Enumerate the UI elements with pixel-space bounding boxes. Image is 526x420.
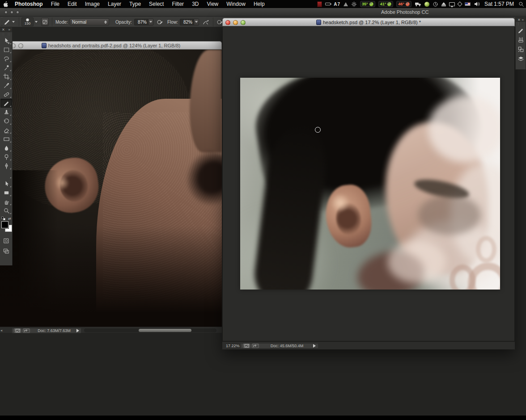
foreground-color-swatch[interactable] — [1, 221, 8, 228]
menu-photoshop[interactable]: Photoshop — [11, 0, 47, 8]
triangle-icon[interactable] — [344, 1, 348, 7]
eject-icon[interactable] — [441, 1, 446, 7]
save-status-icon[interactable] — [243, 344, 250, 348]
flag-icon[interactable] — [465, 1, 471, 7]
photo-canvas[interactable] — [0, 50, 222, 327]
film-strip-icon[interactable] — [317, 1, 322, 7]
swap-colors-icon[interactable]: ⇄ — [8, 217, 11, 221]
temp-badge-gpu[interactable]: 41° — [378, 1, 394, 7]
horizontal-scrollbar[interactable] — [84, 328, 216, 332]
type-tool[interactable]: T — [0, 170, 12, 179]
menu-bar-clock[interactable]: Sat 1:57 PM — [483, 1, 515, 7]
dock-header[interactable]: ✕ » — [516, 17, 526, 22]
apple-menu-icon[interactable] — [0, 1, 11, 7]
current-tool-button[interactable] — [4, 17, 15, 27]
menu-3d[interactable]: 3D — [188, 0, 203, 8]
menu-layer[interactable]: Layer — [104, 0, 125, 8]
status-disclosure-icon[interactable] — [313, 344, 316, 348]
brush-presets-panel-icon[interactable] — [516, 35, 526, 45]
temp-badge-hdd[interactable]: 46° — [396, 1, 411, 7]
menu-image[interactable]: Image — [81, 0, 104, 8]
marquee-tool[interactable] — [0, 45, 12, 54]
dodge-tool[interactable] — [0, 152, 12, 161]
menu-type[interactable]: Type — [125, 0, 145, 8]
save-status-icon[interactable] — [14, 328, 21, 333]
sketch-canvas[interactable] — [240, 78, 500, 290]
chevron-down-icon[interactable] — [148, 19, 153, 25]
hand-tool[interactable] — [0, 197, 12, 206]
window-title-bar[interactable]: headsketch.psd @ 17.2% (Layer 1, RGB/8) … — [222, 18, 515, 26]
display-icon[interactable] — [449, 1, 455, 7]
menu-file[interactable]: File — [47, 0, 64, 8]
menu-help[interactable]: Help — [250, 0, 269, 8]
healing-brush-tool[interactable] — [0, 90, 12, 99]
pressure-opacity-button[interactable] — [157, 17, 163, 27]
dock-grip[interactable] — [519, 22, 522, 25]
crop-tool[interactable] — [0, 72, 12, 81]
history-brush-tool[interactable] — [0, 117, 12, 126]
close-window-button[interactable] — [225, 20, 230, 25]
minimize-window-button[interactable] — [233, 20, 238, 25]
gradient-tool[interactable] — [0, 134, 12, 143]
shape-tool[interactable] — [0, 188, 12, 197]
blur-tool[interactable] — [0, 143, 12, 152]
volume-icon[interactable] — [474, 1, 480, 7]
clone-stamp-tool[interactable] — [0, 108, 12, 117]
brush-preset-picker[interactable]: 150 — [21, 17, 38, 27]
window-controls[interactable] — [225, 20, 246, 25]
battery-icon[interactable] — [325, 1, 331, 7]
layers-panel-icon[interactable] — [516, 54, 526, 63]
share-icon[interactable] — [252, 344, 259, 348]
blend-mode-dropdown[interactable]: Normal — [70, 17, 109, 27]
brush-panel-icon — [42, 19, 48, 25]
face-icon[interactable] — [424, 1, 429, 7]
share-icon[interactable] — [23, 328, 30, 333]
menu-edit[interactable]: Edit — [64, 0, 81, 8]
tool-palette-grip[interactable] — [3, 33, 9, 36]
options-bar-grip[interactable] — [1, 18, 3, 26]
close-icon[interactable]: ✕ — [518, 18, 521, 22]
pen-tool[interactable] — [0, 161, 12, 170]
time-machine-icon[interactable] — [433, 1, 438, 7]
screen-mode-button[interactable] — [3, 248, 10, 256]
zoom-level-field[interactable]: 17.22% — [226, 344, 240, 348]
move-tool[interactable] — [0, 36, 12, 45]
opacity-field[interactable]: 87% — [134, 17, 153, 27]
collapse-icon[interactable]: » — [8, 28, 10, 32]
magic-wand-tool[interactable] — [0, 63, 12, 72]
temp-badge-cpu[interactable]: 35° — [360, 1, 375, 7]
close-icon[interactable]: ✕ — [2, 28, 5, 32]
lasso-tool[interactable] — [0, 54, 12, 63]
document2-title: headsketch.psd @ 17.2% (Layer 1, RGB/8) … — [323, 20, 421, 25]
zoom-tool[interactable] — [0, 206, 12, 215]
scrollbar-thumb[interactable] — [139, 329, 191, 332]
chevron-down-icon[interactable] — [194, 19, 199, 25]
diamond-icon[interactable] — [458, 1, 462, 7]
menu-filter[interactable]: Filter — [168, 0, 188, 8]
tool-palette-header[interactable]: ✕ » — [0, 27, 12, 32]
app-window-controls[interactable] — [4, 11, 19, 14]
default-colors-icon[interactable] — [1, 217, 5, 220]
window-title-bar[interactable]: headshots and portraits.pdf-2.psd @ 124%… — [0, 41, 222, 50]
menu-select[interactable]: Select — [145, 0, 168, 8]
airbrush-button[interactable] — [202, 17, 209, 27]
menu-window[interactable]: Window — [222, 0, 250, 8]
scroll-left-icon[interactable]: ◂ — [0, 328, 2, 332]
spotlight-icon[interactable] — [518, 1, 524, 7]
quick-mask-button[interactable] — [3, 238, 10, 246]
zoom-window-button[interactable] — [241, 20, 246, 25]
menu-view[interactable]: View — [203, 0, 222, 8]
path-selection-tool[interactable] — [0, 179, 12, 188]
eyedropper-tool[interactable] — [0, 81, 12, 90]
truck-icon[interactable] — [415, 1, 421, 7]
status-disclosure-icon[interactable] — [76, 329, 79, 332]
collapse-icon[interactable]: » — [522, 18, 524, 22]
brush-tool[interactable] — [0, 99, 12, 108]
flow-field[interactable]: 82% — [180, 17, 199, 27]
toggle-brush-panel-button[interactable] — [41, 17, 49, 27]
paint-panel-icon[interactable] — [516, 26, 526, 35]
gear-icon[interactable] — [351, 1, 357, 7]
eraser-tool[interactable] — [0, 126, 12, 134]
clone-source-panel-icon[interactable] — [516, 45, 526, 54]
adobe-updater-icon[interactable]: A7 — [334, 1, 340, 7]
